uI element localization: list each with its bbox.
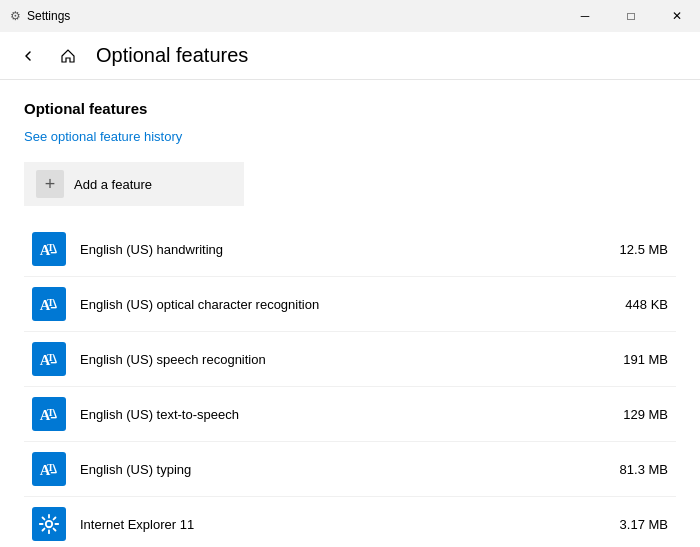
feature-item[interactable]: A T English (US) handwriting12.5 MB bbox=[24, 222, 676, 277]
minimize-button[interactable]: ─ bbox=[562, 0, 608, 32]
feature-item[interactable]: A T English (US) text-to-speech129 MB bbox=[24, 387, 676, 442]
maximize-button[interactable]: □ bbox=[608, 0, 654, 32]
feature-name: English (US) typing bbox=[80, 462, 608, 477]
feature-size: 191 MB bbox=[608, 352, 668, 367]
feature-list: A T English (US) handwriting12.5 MB A T … bbox=[24, 222, 676, 547]
feature-icon-3: A T bbox=[32, 397, 66, 431]
back-icon bbox=[22, 50, 34, 62]
svg-point-10 bbox=[46, 521, 52, 527]
svg-text:T: T bbox=[47, 297, 54, 308]
feature-icon-4: A T bbox=[32, 452, 66, 486]
nav-bar: Optional features bbox=[0, 32, 700, 80]
feature-name: English (US) handwriting bbox=[80, 242, 608, 257]
feature-item[interactable]: A T English (US) typing81.3 MB bbox=[24, 442, 676, 497]
feature-name: English (US) optical character recogniti… bbox=[80, 297, 608, 312]
svg-text:T: T bbox=[47, 462, 54, 473]
feature-size: 448 KB bbox=[608, 297, 668, 312]
svg-text:T: T bbox=[47, 242, 54, 253]
feature-icon-1: A T bbox=[32, 287, 66, 321]
svg-text:T: T bbox=[47, 352, 54, 363]
close-button[interactable]: ✕ bbox=[654, 0, 700, 32]
svg-text:T: T bbox=[47, 407, 54, 418]
feature-size: 129 MB bbox=[608, 407, 668, 422]
content-area: Optional features See optional feature h… bbox=[0, 80, 700, 547]
feature-size: 3.17 MB bbox=[608, 517, 668, 532]
back-button[interactable] bbox=[12, 40, 44, 72]
add-icon: + bbox=[36, 170, 64, 198]
feature-size: 81.3 MB bbox=[608, 462, 668, 477]
feature-icon-5 bbox=[32, 507, 66, 541]
window-title: Settings bbox=[27, 9, 70, 23]
feature-history-link[interactable]: See optional feature history bbox=[24, 129, 182, 144]
home-icon bbox=[60, 48, 76, 64]
feature-item[interactable]: A T English (US) speech recognition191 M… bbox=[24, 332, 676, 387]
feature-icon-2: A T bbox=[32, 342, 66, 376]
title-bar: ⚙ Settings ─ □ ✕ bbox=[0, 0, 700, 32]
page-title: Optional features bbox=[96, 44, 248, 67]
feature-item[interactable]: Internet Explorer 113.17 MB bbox=[24, 497, 676, 547]
section-title: Optional features bbox=[24, 100, 676, 117]
title-bar-left: ⚙ Settings bbox=[10, 9, 70, 23]
feature-icon-0: A T bbox=[32, 232, 66, 266]
feature-item[interactable]: A T English (US) optical character recog… bbox=[24, 277, 676, 332]
feature-name: English (US) speech recognition bbox=[80, 352, 608, 367]
add-feature-button[interactable]: + Add a feature bbox=[24, 162, 244, 206]
title-bar-controls: ─ □ ✕ bbox=[562, 0, 700, 32]
settings-window: ⚙ Settings ─ □ ✕ Optional features Optio… bbox=[0, 0, 700, 547]
feature-size: 12.5 MB bbox=[608, 242, 668, 257]
add-feature-label: Add a feature bbox=[74, 177, 152, 192]
feature-name: English (US) text-to-speech bbox=[80, 407, 608, 422]
feature-name: Internet Explorer 11 bbox=[80, 517, 608, 532]
home-button[interactable] bbox=[52, 40, 84, 72]
